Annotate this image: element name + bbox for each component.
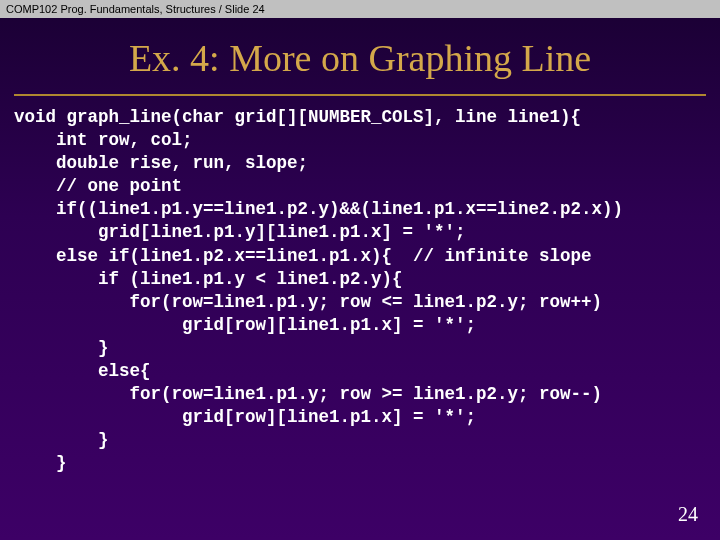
code-line: for(row=line1.p1.y; row >= line1.p2.y; r… (14, 384, 602, 404)
code-line: grid[row][line1.p1.x] = '*'; (14, 315, 476, 335)
code-line: // one point (14, 176, 182, 196)
code-line: else if(line1.p2.x==line1.p1.x){ // infi… (14, 246, 592, 266)
slide-title: Ex. 4: More on Graphing Line (0, 36, 720, 80)
slide: COMP102 Prog. Fundamentals, Structures /… (0, 0, 720, 540)
code-line: void graph_line(char grid[][NUMBER_COLS]… (14, 107, 581, 127)
code-line: grid[line1.p1.y][line1.p1.x] = '*'; (14, 222, 466, 242)
slide-header: COMP102 Prog. Fundamentals, Structures /… (0, 0, 720, 18)
code-line: } (14, 453, 67, 473)
code-line: int row, col; (14, 130, 193, 150)
code-line: if((line1.p1.y==line1.p2.y)&&(line1.p1.x… (14, 199, 623, 219)
code-line: } (14, 338, 109, 358)
code-line: for(row=line1.p1.y; row <= line1.p2.y; r… (14, 292, 602, 312)
code-line: double rise, run, slope; (14, 153, 308, 173)
title-underline (14, 94, 706, 96)
code-line: else{ (14, 361, 151, 381)
code-line: } (14, 430, 109, 450)
code-line: if (line1.p1.y < line1.p2.y){ (14, 269, 403, 289)
code-block: void graph_line(char grid[][NUMBER_COLS]… (0, 106, 720, 476)
page-number: 24 (678, 503, 698, 526)
code-line: grid[row][line1.p1.x] = '*'; (14, 407, 476, 427)
